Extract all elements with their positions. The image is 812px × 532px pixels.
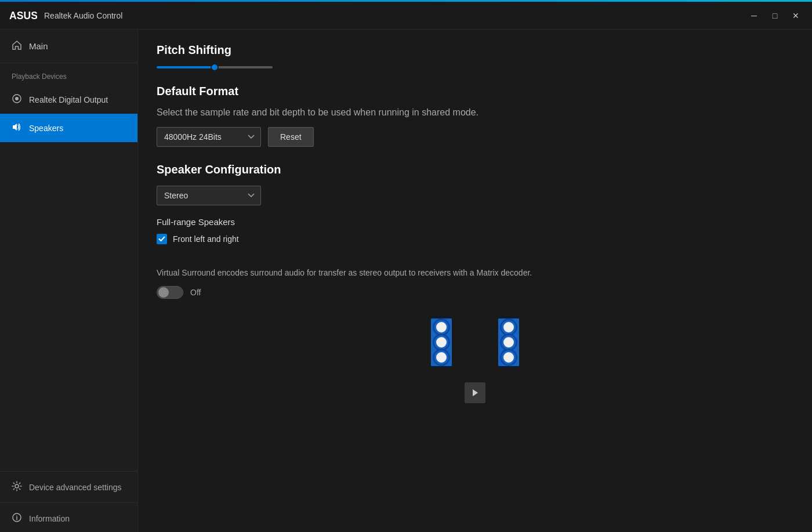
maximize-button[interactable]: □ <box>766 6 784 25</box>
virtual-surround-toggle-label: Off <box>190 288 201 297</box>
device-advanced-settings-label: Device advanced settings <box>29 483 122 492</box>
format-controls: 48000Hz 24Bits 44100Hz 16Bits 44100Hz 24… <box>157 127 793 147</box>
titlebar-controls: ─ □ ✕ <box>745 2 805 30</box>
checkmark-icon <box>158 236 165 242</box>
front-left-right-row: Front left and right <box>157 234 793 244</box>
gear-icon <box>12 481 22 493</box>
titlebar: ASUS Realtek Audio Control ─ □ ✕ <box>0 2 812 30</box>
sidebar-item-label: Realtek Digital Output <box>29 95 108 104</box>
play-button[interactable] <box>465 382 485 403</box>
pitch-shifting-title: Pitch Shifting <box>157 44 793 57</box>
speaker-cone-bot-left <box>434 350 448 364</box>
asus-logo-icon: ASUS <box>9 8 37 24</box>
close-button[interactable]: ✕ <box>786 6 805 25</box>
toggle-knob <box>158 287 169 298</box>
play-button-row <box>157 382 793 403</box>
speaker-cone-mid-left <box>434 335 448 349</box>
output-icon <box>12 93 22 106</box>
app-layout: Main Playback Devices Realtek Digital Ou… <box>0 30 812 532</box>
default-format-desc: Select the sample rate and bit depth to … <box>157 107 793 118</box>
virtual-surround-toggle-row: Off <box>157 286 793 299</box>
information-label: Information <box>29 514 70 523</box>
svg-marker-6 <box>473 389 478 396</box>
titlebar-title: Realtek Audio Control <box>44 11 122 20</box>
svg-point-3 <box>15 484 19 488</box>
speaker-visualization <box>157 316 793 368</box>
sidebar-item-realtek-digital-output[interactable]: Realtek Digital Output <box>0 85 137 114</box>
speaker-config-title: Speaker Configuration <box>157 163 793 176</box>
minimize-button[interactable]: ─ <box>745 6 763 25</box>
svg-point-2 <box>15 97 19 100</box>
sidebar-item-speakers[interactable]: Speakers <box>0 114 137 142</box>
sidebar: Main Playback Devices Realtek Digital Ou… <box>0 30 138 532</box>
info-icon <box>12 512 22 524</box>
default-format-title: Default Format <box>157 85 793 98</box>
virtual-surround-section: Virtual Surround encodes surround audio … <box>157 267 793 299</box>
virtual-surround-desc: Virtual Surround encodes surround audio … <box>157 267 793 279</box>
pitch-slider[interactable] <box>157 66 273 68</box>
front-left-right-checkbox[interactable] <box>157 234 167 244</box>
speaker-cone-bot-right <box>502 350 516 364</box>
default-format-section: Default Format Select the sample rate an… <box>157 85 793 147</box>
svg-point-5 <box>16 515 17 516</box>
full-range-label: Full-range Speakers <box>157 217 793 227</box>
reset-button[interactable]: Reset <box>268 127 314 147</box>
titlebar-logo: ASUS Realtek Audio Control <box>9 8 122 24</box>
pitch-slider-container <box>157 66 793 68</box>
speaker-left <box>431 316 452 368</box>
play-icon <box>471 389 479 397</box>
home-icon <box>12 40 22 52</box>
main-label: Main <box>29 41 48 51</box>
format-dropdown[interactable]: 48000Hz 24Bits 44100Hz 16Bits 44100Hz 24… <box>157 127 261 147</box>
front-left-right-label: Front left and right <box>173 234 239 244</box>
speaker-config-section: Speaker Configuration Stereo Quadraphoni… <box>157 163 793 205</box>
speaker-cone-mid-right <box>502 335 516 349</box>
speaker-right <box>498 316 519 368</box>
virtual-surround-toggle[interactable] <box>157 286 183 299</box>
main-content: Pitch Shifting Default Format Select the… <box>138 30 812 532</box>
sidebar-spacer <box>0 142 137 471</box>
sidebar-item-device-advanced-settings[interactable]: Device advanced settings <box>0 471 137 502</box>
svg-text:ASUS: ASUS <box>9 10 37 21</box>
playback-devices-label: Playback Devices <box>0 63 137 85</box>
sidebar-item-speakers-label: Speakers <box>29 124 63 133</box>
speaker-cone-top-right <box>502 320 516 334</box>
pitch-shifting-section: Pitch Shifting <box>157 44 793 68</box>
speaker-config-dropdown[interactable]: Stereo Quadraphonic 5.1 Surround 7.1 Sur… <box>157 186 261 205</box>
speaker-icon <box>12 122 22 134</box>
speaker-cone-top-left <box>434 320 448 334</box>
sidebar-item-information[interactable]: Information <box>0 502 137 532</box>
sidebar-item-main[interactable]: Main <box>0 30 137 63</box>
full-range-speakers-section: Full-range Speakers Front left and right <box>157 217 793 256</box>
